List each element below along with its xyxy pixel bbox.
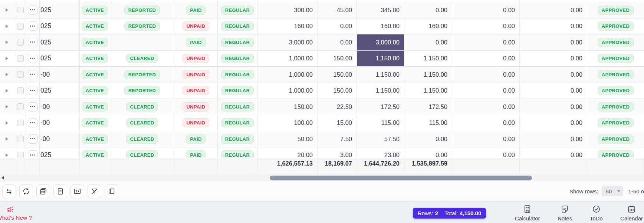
cell-payment-status[interactable]: UNPAID bbox=[174, 83, 218, 99]
cell-value[interactable]: 15.00 bbox=[318, 115, 357, 131]
quick-link-notes[interactable]: Notes bbox=[558, 204, 572, 222]
cell-value[interactable]: 0.00 bbox=[404, 131, 452, 147]
cell-value[interactable]: 7.50 bbox=[318, 131, 357, 147]
cell-reference[interactable]: -00 bbox=[40, 131, 80, 147]
cell-value[interactable]: 0.00 bbox=[452, 67, 520, 83]
row-checkbox[interactable] bbox=[17, 136, 24, 142]
cell-approval-status[interactable]: APPROVED bbox=[587, 51, 644, 67]
cell-reference[interactable]: -00 bbox=[40, 115, 80, 131]
cell-value[interactable]: 0.00 bbox=[404, 2, 452, 18]
page-size-select[interactable]: 50 bbox=[602, 186, 623, 196]
cell-type[interactable]: REGULAR bbox=[218, 67, 257, 83]
cell-value[interactable]: 150.00 bbox=[318, 83, 357, 99]
cell-value[interactable]: 160.00 bbox=[257, 19, 318, 34]
cell-value[interactable]: 3.00 bbox=[318, 147, 357, 158]
cell-value[interactable]: 0.00 bbox=[520, 115, 587, 131]
cell-type[interactable]: REGULAR bbox=[218, 2, 257, 18]
scrollbar-thumb[interactable] bbox=[270, 176, 532, 180]
cell-value[interactable]: 0.00 bbox=[520, 51, 587, 67]
expand-arrow-icon[interactable] bbox=[6, 121, 8, 125]
freeze-panel-button[interactable] bbox=[105, 184, 118, 198]
cell-active-status[interactable]: ACTIVE bbox=[80, 83, 110, 99]
row-checkbox[interactable] bbox=[17, 7, 24, 13]
cell-value[interactable]: 0.00 bbox=[520, 19, 587, 34]
filter-off-button[interactable] bbox=[88, 184, 101, 198]
expand-arrow-icon[interactable] bbox=[6, 24, 8, 28]
cell-type[interactable]: REGULAR bbox=[218, 19, 257, 34]
cell-value[interactable]: 150.00 bbox=[318, 67, 357, 83]
cell-value[interactable]: 0.00 bbox=[452, 2, 520, 18]
cell-active-status[interactable]: ACTIVE bbox=[80, 67, 110, 83]
cell-value[interactable]: 0.00 bbox=[452, 19, 520, 34]
cell-value[interactable]: 0.00 bbox=[318, 34, 357, 50]
quick-link-todo[interactable]: ToDo bbox=[590, 204, 603, 222]
cell-value[interactable]: 0.00 bbox=[404, 34, 452, 50]
cell-active-status[interactable]: ACTIVE bbox=[80, 115, 110, 131]
quick-link-calculator[interactable]: Calculator bbox=[515, 204, 540, 222]
cell-value[interactable]: 3,000.00 bbox=[357, 34, 404, 50]
cell-value[interactable]: 1,150.00 bbox=[357, 67, 404, 83]
cell-type[interactable]: REGULAR bbox=[218, 51, 257, 67]
cell-report-status[interactable]: CLEARED bbox=[110, 115, 174, 131]
cell-value[interactable]: 0.00 bbox=[520, 67, 587, 83]
cell-payment-status[interactable]: PAID bbox=[174, 2, 218, 18]
cell-value[interactable]: 23.00 bbox=[357, 147, 404, 158]
row-checkbox[interactable] bbox=[17, 23, 24, 30]
cell-value[interactable]: 0.00 bbox=[452, 115, 520, 131]
cell-value[interactable]: 50.00 bbox=[257, 131, 318, 147]
cell-value[interactable]: 300.00 bbox=[257, 2, 318, 18]
expand-arrow-icon[interactable] bbox=[6, 8, 8, 12]
row-actions-button[interactable]: ••• bbox=[28, 70, 38, 79]
cell-payment-status[interactable]: UNPAID bbox=[174, 51, 218, 67]
cell-approval-status[interactable]: APPROVED bbox=[587, 131, 644, 147]
swap-horizontal-button[interactable] bbox=[2, 184, 16, 198]
row-actions-button[interactable]: ••• bbox=[28, 102, 38, 112]
expand-arrow-icon[interactable] bbox=[6, 73, 8, 76]
cell-value[interactable]: 0.00 bbox=[452, 51, 520, 67]
cell-report-status[interactable]: REPORTED bbox=[110, 83, 174, 99]
cell-value[interactable]: 3,000.00 bbox=[257, 34, 318, 50]
cell-active-status[interactable]: ACTIVE bbox=[80, 131, 110, 147]
cell-approval-status[interactable]: APPROVED bbox=[587, 67, 644, 83]
row-actions-button[interactable]: ••• bbox=[28, 6, 38, 15]
cell-value[interactable]: 115.00 bbox=[357, 115, 404, 131]
cell-reference[interactable]: 025 bbox=[40, 83, 80, 99]
cell-approval-status[interactable]: APPROVED bbox=[587, 34, 644, 50]
cell-value[interactable]: 0.00 bbox=[318, 19, 357, 34]
cell-reference[interactable]: 025 bbox=[40, 51, 80, 67]
cell-value[interactable]: 150.00 bbox=[318, 51, 357, 67]
row-checkbox[interactable] bbox=[17, 39, 24, 46]
cell-active-status[interactable]: ACTIVE bbox=[80, 147, 110, 158]
scroll-left-icon[interactable] bbox=[1, 176, 4, 180]
cell-reference[interactable]: 025 bbox=[40, 19, 80, 34]
row-actions-button[interactable]: ••• bbox=[28, 38, 38, 47]
cell-value[interactable]: 20.00 bbox=[257, 147, 318, 158]
cell-report-status[interactable]: REPORTED bbox=[110, 2, 174, 18]
row-actions-button[interactable]: ••• bbox=[28, 86, 38, 95]
row-actions-button[interactable]: ••• bbox=[28, 21, 38, 31]
cell-report-status[interactable]: CLEARED bbox=[110, 131, 174, 147]
cell-active-status[interactable]: ACTIVE bbox=[80, 51, 110, 67]
cell-value[interactable]: 0.00 bbox=[452, 131, 520, 147]
cell-type[interactable]: REGULAR bbox=[218, 99, 257, 115]
cell-value[interactable]: 1,150.00 bbox=[404, 67, 452, 83]
cell-approval-status[interactable]: APPROVED bbox=[587, 83, 644, 99]
cell-value[interactable]: 0.00 bbox=[452, 99, 520, 115]
cell-approval-status[interactable]: APPROVED bbox=[587, 147, 644, 158]
cell-report-status[interactable]: REPORTED bbox=[110, 19, 174, 34]
cell-type[interactable]: REGULAR bbox=[218, 83, 257, 99]
cell-value[interactable]: 0.00 bbox=[520, 83, 587, 99]
cell-value[interactable]: 1,150.00 bbox=[357, 51, 404, 67]
cell-reference[interactable]: 025 bbox=[40, 2, 80, 18]
cell-value[interactable]: 22.50 bbox=[318, 99, 357, 115]
cell-value[interactable]: 160.00 bbox=[357, 19, 404, 34]
cell-active-status[interactable]: ACTIVE bbox=[80, 34, 110, 50]
cell-value[interactable]: 1,150.00 bbox=[404, 83, 452, 99]
cell-type[interactable]: REGULAR bbox=[218, 115, 257, 131]
row-checkbox[interactable] bbox=[17, 152, 24, 158]
cell-payment-status[interactable]: PAID bbox=[174, 131, 218, 147]
cell-approval-status[interactable]: APPROVED bbox=[587, 19, 644, 34]
cell-type[interactable]: REGULAR bbox=[218, 147, 257, 158]
cell-value[interactable]: 57.50 bbox=[357, 131, 404, 147]
code-button[interactable] bbox=[70, 184, 84, 198]
